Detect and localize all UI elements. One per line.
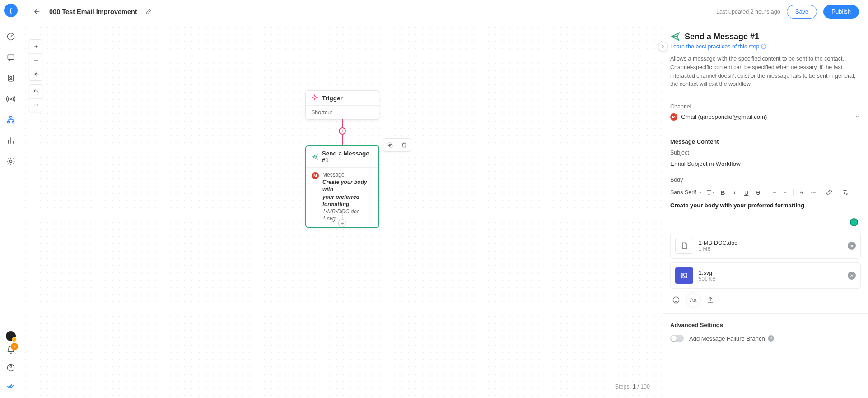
upload-icon: [706, 296, 714, 304]
nav-dashboard[interactable]: [4, 30, 18, 43]
chevron-right-icon: [660, 44, 666, 49]
panel-title: Send a Message #1: [685, 32, 759, 42]
copy-icon: [387, 142, 393, 148]
remove-attachment-button[interactable]: ✕: [848, 242, 856, 250]
channel-value: Gmail (qarespondio@gmail.com): [681, 113, 851, 120]
node-trigger[interactable]: Trigger Shortcut: [305, 90, 379, 120]
collapse-panel-button[interactable]: [658, 42, 668, 52]
italic-button[interactable]: I: [730, 187, 740, 197]
add-step-end-button[interactable]: +: [338, 219, 346, 227]
zoom-in-button[interactable]: [29, 40, 43, 53]
zoom-out-button[interactable]: [29, 53, 43, 67]
broadcast-icon: [6, 94, 15, 103]
nav-conversations[interactable]: [4, 51, 18, 64]
redo-icon: [33, 103, 39, 109]
editor-toolbar: Sans Serif T B I U S A: [670, 187, 861, 197]
attachment-name: 1.svg: [699, 270, 842, 276]
fit-view-button[interactable]: [29, 67, 43, 80]
help-tooltip-icon[interactable]: ?: [768, 335, 774, 342]
clear-format-button[interactable]: [840, 187, 850, 197]
learn-more-link[interactable]: Learn the best practices of this step: [670, 43, 766, 50]
bot-avatar[interactable]: [6, 331, 16, 341]
workflow-canvas[interactable]: Trigger Shortcut + Send a Message #1 M M…: [22, 23, 663, 398]
nav-broadcast[interactable]: [4, 92, 18, 106]
attachment-row: 1-MB-DOC.doc 1 MB ✕: [670, 233, 861, 259]
attachment-size: 1 MB: [699, 246, 842, 252]
trash-icon: [401, 142, 407, 148]
workflow-title: 000 Test Email Improvement: [49, 8, 137, 15]
strike-button[interactable]: S: [753, 187, 763, 197]
target-icon: [33, 71, 39, 77]
side-panel: Send a Message #1 Learn the best practic…: [663, 23, 868, 398]
file-icon: [675, 238, 693, 254]
help-button[interactable]: [4, 361, 18, 375]
redo-button[interactable]: [29, 98, 43, 112]
publish-button[interactable]: Publish: [823, 5, 859, 19]
node-trigger-title: Trigger: [322, 95, 343, 102]
bold-button[interactable]: B: [718, 187, 728, 197]
external-link-icon: [761, 44, 766, 49]
failure-branch-toggle[interactable]: [670, 335, 684, 342]
indent-dropdown[interactable]: [808, 187, 818, 197]
nav-workflows[interactable]: [4, 113, 18, 126]
save-button[interactable]: Save: [787, 5, 817, 19]
add-step-inline-button[interactable]: +: [339, 127, 346, 135]
nav-reports[interactable]: [4, 134, 18, 147]
emoji-button[interactable]: [670, 294, 682, 306]
list-dropdown[interactable]: [769, 187, 779, 197]
spark-icon: [311, 94, 318, 102]
text-color-button[interactable]: A: [797, 187, 807, 197]
gmail-icon: M: [312, 172, 319, 179]
contact-icon: [6, 74, 15, 83]
indent-icon: [810, 189, 817, 196]
undo-button[interactable]: [29, 85, 43, 98]
workflow-icon: [6, 115, 15, 124]
grammarly-icon[interactable]: [850, 218, 858, 226]
minus-icon: [33, 57, 39, 64]
svg-rect-13: [681, 273, 687, 278]
body-label: Body: [670, 177, 861, 183]
subject-input[interactable]: [670, 159, 861, 170]
underline-button[interactable]: U: [742, 187, 751, 197]
variable-button[interactable]: Aa: [687, 294, 699, 306]
chevron-down-icon: [712, 191, 715, 194]
align-dropdown[interactable]: [781, 187, 791, 197]
channel-selector[interactable]: M Gmail (qarespondio@gmail.com): [670, 112, 861, 123]
list-icon: [771, 189, 777, 196]
duplicate-node-button[interactable]: [383, 139, 397, 151]
node-action-bar: [383, 138, 411, 152]
failure-branch-label: Add Message Failure Branch: [689, 335, 765, 342]
gear-icon: [6, 157, 15, 166]
send-icon: [312, 153, 318, 160]
channel-label: Channel: [670, 103, 861, 110]
svg-point-4: [10, 98, 11, 99]
font-family-dropdown[interactable]: Sans Serif: [670, 189, 705, 196]
back-button[interactable]: [31, 6, 43, 18]
node-trigger-subtitle: Shortcut: [306, 105, 379, 119]
link-button[interactable]: [824, 187, 834, 197]
notifications-button[interactable]: 9: [6, 346, 15, 356]
nav-settings[interactable]: [4, 155, 18, 168]
upload-button[interactable]: [705, 294, 716, 306]
advanced-settings-label: Advanced Settings: [670, 322, 861, 328]
attachment-row: 1.svg 501 KB ✕: [670, 262, 861, 289]
undo-icon: [33, 89, 39, 95]
nav-contacts[interactable]: [4, 71, 18, 85]
delete-node-button[interactable]: [397, 139, 411, 151]
workspace-avatar[interactable]: (: [4, 4, 18, 17]
subject-label: Subject: [670, 150, 861, 156]
brand-logo: [4, 379, 18, 393]
body-editor[interactable]: Create your body with your preferred for…: [670, 202, 861, 229]
notification-badge: 9: [11, 343, 18, 350]
node-send-title: Send a Message #1: [322, 150, 373, 164]
svg-point-15: [673, 297, 679, 303]
gmail-icon: M: [670, 113, 677, 121]
edit-title-button[interactable]: [144, 7, 154, 17]
emoji-icon: [672, 296, 680, 304]
file-icon: [675, 267, 693, 284]
font-size-dropdown[interactable]: T: [706, 187, 716, 197]
remove-attachment-button[interactable]: ✕: [848, 272, 856, 280]
help-icon: [6, 363, 15, 372]
topbar: 000 Test Email Improvement Last updated …: [22, 0, 868, 23]
send-icon: [670, 32, 680, 42]
